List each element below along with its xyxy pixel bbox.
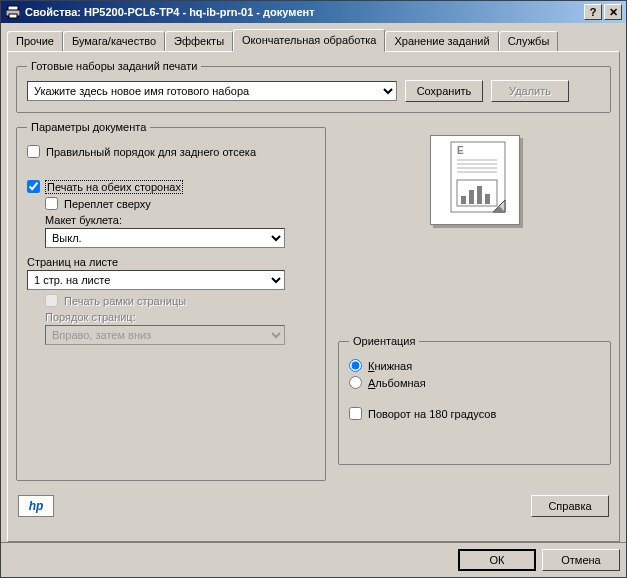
portrait-label: Книжная [368, 360, 412, 372]
svg-rect-13 [485, 194, 490, 204]
titlebar: Свойства: HP5200-PCL6-TP4 - hq-ib-prn-01… [1, 1, 626, 23]
close-button[interactable]: ✕ [604, 4, 622, 20]
pps-label: Страниц на листе [27, 256, 315, 268]
tab-services[interactable]: Службы [499, 31, 559, 51]
ok-button[interactable]: ОК [458, 549, 536, 571]
landscape-radio[interactable] [349, 376, 362, 389]
hp-logo-icon: hp [18, 495, 54, 517]
portrait-radio-row: Книжная [349, 359, 600, 372]
correct-order-label: Правильный порядок для заднего отсека [46, 146, 256, 158]
page-border-label: Печать рамки страницы [64, 295, 186, 307]
page-order-label: Порядок страниц: [45, 311, 136, 323]
presets-group: Готовые наборы заданий печати Укажите зд… [16, 60, 611, 113]
help-titlebar-button[interactable]: ? [584, 4, 602, 20]
flip-up-checkbox[interactable] [45, 197, 58, 210]
svg-rect-10 [461, 196, 466, 204]
rotate180-checkbox[interactable] [349, 407, 362, 420]
duplex-checkbox[interactable] [27, 180, 40, 193]
svg-rect-2 [9, 14, 17, 18]
correct-order-checkbox[interactable] [27, 145, 40, 158]
booklet-label: Макет буклета: [45, 214, 315, 226]
svg-text:E: E [457, 145, 464, 156]
duplex-checkbox-row: Печать на обеих сторонах [27, 180, 315, 193]
orientation-group: Ориентация Книжная Альбомная Поворо [338, 335, 611, 465]
printer-icon [5, 4, 21, 20]
correct-order-checkbox-row: Правильный порядок для заднего отсека [27, 145, 315, 158]
rotate180-checkbox-row: Поворот на 180 градусов [349, 407, 600, 420]
tabpanel-finishing: Готовые наборы заданий печати Укажите зд… [7, 51, 620, 542]
tab-job-storage[interactable]: Хранение заданий [385, 31, 498, 51]
save-button[interactable]: Сохранить [405, 80, 483, 102]
doc-params-group: Параметры документа Правильный порядок д… [16, 121, 326, 481]
doc-params-legend: Параметры документа [27, 121, 150, 133]
tab-paper-quality[interactable]: Бумага/качество [63, 31, 165, 51]
pps-select[interactable]: 1 стр. на листе [27, 270, 285, 290]
page-preview-icon: E [430, 135, 520, 225]
cancel-button[interactable]: Отмена [542, 549, 620, 571]
svg-rect-11 [469, 190, 474, 204]
content-area: Прочие Бумага/качество Эффекты Окончател… [1, 23, 626, 542]
delete-button: Удалить [491, 80, 569, 102]
tabs: Прочие Бумага/качество Эффекты Окончател… [7, 29, 620, 51]
svg-rect-12 [477, 186, 482, 204]
tab-effects[interactable]: Эффекты [165, 31, 233, 51]
tab-finishing[interactable]: Окончательная обработка [233, 29, 385, 52]
page-border-checkbox-row: Печать рамки страницы [45, 294, 315, 307]
rotate180-label: Поворот на 180 градусов [368, 408, 496, 420]
landscape-radio-row: Альбомная [349, 376, 600, 389]
presets-combo[interactable]: Укажите здесь новое имя готового набора [27, 81, 397, 101]
presets-legend: Готовые наборы заданий печати [27, 60, 201, 72]
dialog-window: Свойства: HP5200-PCL6-TP4 - hq-ib-prn-01… [0, 0, 627, 578]
dialog-buttons: ОК Отмена [1, 542, 626, 577]
booklet-select[interactable]: Выкл. [45, 228, 285, 248]
window-title: Свойства: HP5200-PCL6-TP4 - hq-ib-prn-01… [25, 6, 582, 18]
orientation-legend: Ориентация [349, 335, 419, 347]
help-button[interactable]: Справка [531, 495, 609, 517]
duplex-label: Печать на обеих сторонах [46, 181, 182, 193]
page-border-checkbox [45, 294, 58, 307]
flip-up-checkbox-row: Переплет сверху [45, 197, 315, 210]
portrait-radio[interactable] [349, 359, 362, 372]
flip-up-label: Переплет сверху [64, 198, 151, 210]
tab-other[interactable]: Прочие [7, 31, 63, 51]
page-order-select: Вправо, затем вниз [45, 325, 285, 345]
landscape-label: Альбомная [368, 377, 426, 389]
